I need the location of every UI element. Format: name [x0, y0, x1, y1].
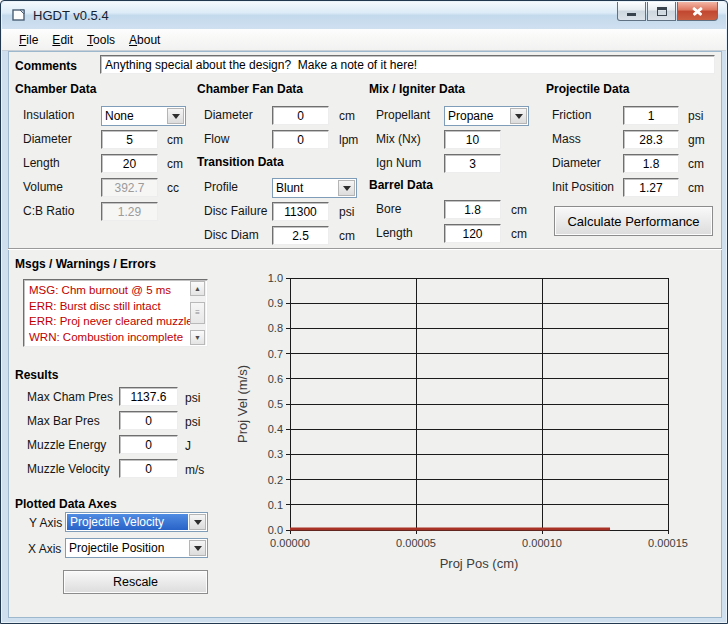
- svg-text:0.8: 0.8: [268, 322, 283, 334]
- mass-input[interactable]: [623, 130, 679, 149]
- profile-label: Profile: [204, 178, 238, 196]
- results-title: Results: [15, 367, 58, 383]
- profile-select[interactable]: Blunt: [272, 178, 357, 198]
- muzzle-velocity-label: Muzzle Velocity: [27, 460, 110, 478]
- chamber-length-input[interactable]: [101, 154, 158, 173]
- propellant-select[interactable]: Propane: [444, 106, 529, 126]
- muzzle-energy-unit: J: [185, 438, 191, 454]
- titlebar[interactable]: HGDT v0.5.4: [2, 2, 726, 29]
- performance-chart: 0.00.10.20.30.40.50.60.70.80.91.00.00000…: [231, 251, 722, 591]
- chamber-diameter-input[interactable]: [101, 130, 158, 149]
- insulation-dropdown-button[interactable]: [167, 108, 184, 124]
- message-item: MSG: Chm burnout @ 5 ms: [29, 283, 187, 299]
- svg-text:0.5: 0.5: [268, 398, 283, 410]
- mix-nx-input[interactable]: [444, 130, 501, 149]
- chamber-diameter-unit: cm: [167, 132, 183, 148]
- chevron-down-icon: [515, 114, 523, 123]
- disc-diam-label: Disc Diam: [204, 226, 259, 244]
- minimize-button[interactable]: [617, 2, 646, 21]
- proj-diameter-label: Diameter: [552, 154, 601, 172]
- y-axis-select[interactable]: Projectile Velocity: [65, 512, 208, 532]
- friction-input[interactable]: [623, 106, 679, 125]
- scroll-down-icon[interactable]: ▼: [190, 330, 205, 345]
- svg-text:0.00005: 0.00005: [396, 537, 436, 549]
- insulation-label: Insulation: [23, 106, 74, 124]
- proj-diameter-input[interactable]: [623, 154, 679, 173]
- disc-failure-input[interactable]: [272, 202, 329, 221]
- profile-dropdown-button[interactable]: [338, 180, 355, 196]
- friction-label: Friction: [552, 106, 591, 124]
- max-cham-pres-field[interactable]: [119, 387, 178, 406]
- bore-input[interactable]: [444, 200, 501, 219]
- scroll-up-icon[interactable]: ▲: [190, 281, 205, 296]
- maximize-icon: [657, 7, 667, 16]
- menu-about[interactable]: About: [122, 30, 167, 50]
- message-item: WRN: Combustion incomplete: [29, 330, 187, 346]
- max-bar-pres-unit: psi: [185, 414, 200, 430]
- x-axis-select[interactable]: Projectile Position: [65, 538, 208, 558]
- menu-file[interactable]: File: [12, 30, 45, 50]
- insulation-value: None: [105, 109, 166, 123]
- chamber-volume-field: [101, 178, 158, 197]
- chamber-volume-label: Volume: [23, 178, 63, 196]
- muzzle-energy-label: Muzzle Energy: [27, 436, 106, 454]
- window-title: HGDT v0.5.4: [33, 8, 109, 23]
- menu-tools[interactable]: Tools: [80, 30, 122, 50]
- section-divider: [8, 248, 722, 250]
- svg-text:0.00010: 0.00010: [522, 537, 562, 549]
- ign-num-label: Ign Num: [376, 154, 421, 172]
- svg-text:0.4: 0.4: [268, 423, 283, 435]
- insulation-select[interactable]: None: [101, 106, 186, 126]
- init-position-input[interactable]: [623, 178, 679, 197]
- propellant-dropdown-button[interactable]: [510, 108, 527, 124]
- svg-text:0.00000: 0.00000: [270, 537, 310, 549]
- maximize-button[interactable]: [647, 2, 676, 21]
- rescale-button[interactable]: Rescale: [63, 570, 208, 594]
- comments-input[interactable]: [100, 55, 715, 74]
- chevron-down-icon: [343, 186, 351, 195]
- messages-scrollbar[interactable]: ▲ ≡ ▼: [190, 281, 206, 345]
- disc-failure-unit: psi: [339, 204, 354, 220]
- muzzle-velocity-field[interactable]: [119, 459, 178, 478]
- close-button[interactable]: [677, 2, 718, 21]
- chevron-down-icon: [194, 546, 202, 555]
- chamber-volume-unit: cc: [167, 180, 179, 196]
- x-axis-dropdown-button[interactable]: [189, 540, 206, 556]
- barrel-length-unit: cm: [511, 226, 527, 242]
- chamber-diameter-label: Diameter: [23, 130, 72, 148]
- projectile-data-title: Projectile Data: [546, 81, 629, 97]
- max-bar-pres-label: Max Bar Pres: [27, 412, 100, 430]
- svg-text:0.6: 0.6: [268, 373, 283, 385]
- app-icon: [12, 9, 26, 22]
- svg-text:1.0: 1.0: [268, 272, 283, 284]
- calculate-performance-button[interactable]: Calculate Performance: [554, 206, 713, 236]
- plotted-axes-title: Plotted Data Axes: [15, 496, 117, 512]
- transition-data-title: Transition Data: [197, 154, 284, 170]
- messages-listbox[interactable]: MSG: Chm burnout @ 5 ms ERR: Burst disc …: [23, 279, 208, 347]
- fan-diameter-input[interactable]: [272, 106, 329, 125]
- messages-title: Msgs / Warnings / Errors: [15, 256, 156, 272]
- mass-label: Mass: [552, 130, 581, 148]
- scrollbar-thumb[interactable]: ≡: [190, 302, 205, 324]
- y-axis-dropdown-button[interactable]: [189, 514, 206, 530]
- profile-value: Blunt: [276, 181, 337, 195]
- svg-text:0.7: 0.7: [268, 348, 283, 360]
- menu-edit[interactable]: Edit: [45, 30, 80, 50]
- proj-diameter-unit: cm: [688, 156, 704, 172]
- disc-diam-input[interactable]: [272, 226, 329, 245]
- svg-text:Proj Pos (cm): Proj Pos (cm): [440, 556, 519, 571]
- max-bar-pres-field[interactable]: [119, 411, 178, 430]
- minimize-icon: [627, 13, 636, 16]
- fan-flow-input[interactable]: [272, 130, 329, 149]
- ign-num-input[interactable]: [444, 154, 501, 173]
- barrel-length-input[interactable]: [444, 224, 501, 243]
- bore-label: Bore: [376, 200, 401, 218]
- comments-label: Comments: [15, 58, 77, 74]
- muzzle-energy-field[interactable]: [119, 435, 178, 454]
- x-axis-label: X Axis: [28, 540, 61, 558]
- fan-diameter-unit: cm: [339, 108, 355, 124]
- fan-flow-unit: lpm: [339, 132, 358, 148]
- init-position-unit: cm: [688, 180, 704, 196]
- chevron-down-icon: [194, 520, 202, 529]
- disc-diam-unit: cm: [339, 228, 355, 244]
